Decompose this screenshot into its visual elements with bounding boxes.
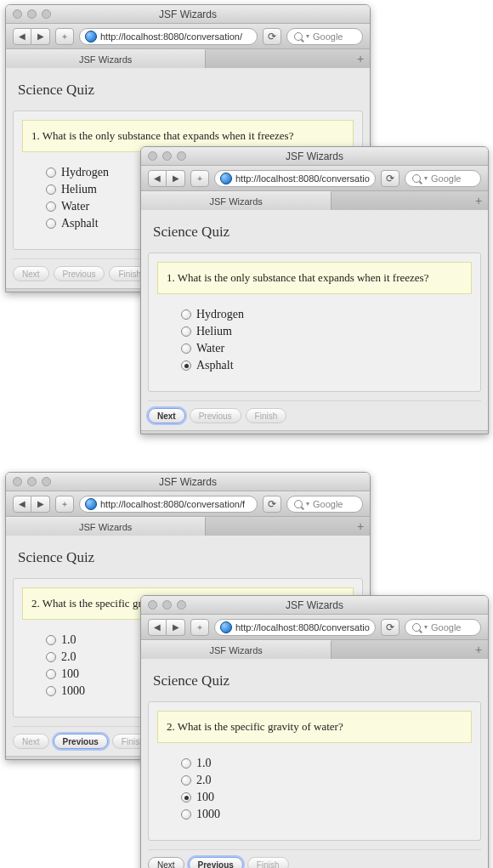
question-text: 1. What is the only substance that expan… — [157, 262, 472, 294]
radio-icon[interactable] — [46, 218, 56, 229]
radio-icon[interactable] — [46, 686, 56, 696]
option[interactable]: Asphalt — [181, 357, 472, 374]
option[interactable]: 2.0 — [181, 772, 472, 789]
option-label: 1.0 — [196, 757, 212, 770]
forward-button[interactable]: ▶ — [31, 496, 50, 513]
back-button[interactable]: ◀ — [13, 28, 31, 45]
titlebar[interactable]: JSF Wizards — [6, 473, 370, 491]
minimize-light[interactable] — [27, 9, 37, 19]
tab[interactable]: JSF Wizards — [6, 517, 206, 536]
tab-bar: JSF Wizards + — [141, 640, 488, 659]
reload-button[interactable]: ⟳ — [381, 170, 400, 187]
option-label: Asphalt — [196, 359, 234, 372]
radio-icon[interactable] — [46, 201, 56, 212]
radio-icon[interactable] — [181, 792, 191, 803]
option[interactable]: Hydrogen — [181, 306, 472, 323]
option[interactable]: 1.0 — [181, 755, 472, 772]
search-placeholder: Google — [313, 31, 343, 42]
page-content: Science Quiz 2. What is the specific gra… — [141, 659, 488, 868]
titlebar[interactable]: JSF Wizards — [141, 596, 488, 615]
radio-icon[interactable] — [181, 309, 191, 320]
options-list: 1.0 2.0 100 1000 — [157, 755, 472, 823]
button-row: Next Previous Finish — [148, 400, 481, 423]
reload-button[interactable]: ⟳ — [263, 496, 281, 513]
toolbar: ◀ ▶ ＋ http://localhost:8080/conversation… — [141, 166, 488, 191]
zoom-light[interactable] — [42, 477, 51, 486]
option[interactable]: Helium — [181, 323, 472, 340]
option-label: Helium — [61, 183, 97, 196]
option-label: 100 — [196, 791, 214, 804]
reload-button[interactable]: ⟳ — [381, 619, 400, 636]
radio-icon[interactable] — [181, 809, 191, 820]
close-light[interactable] — [13, 9, 22, 19]
search-bar[interactable]: ▾ Google — [405, 619, 481, 636]
radio-icon[interactable] — [181, 343, 191, 354]
tab[interactable]: JSF Wizards — [141, 191, 332, 210]
radio-icon[interactable] — [46, 635, 56, 645]
add-bookmark-button[interactable]: ＋ — [55, 496, 74, 513]
url-bar[interactable]: http://localhost:8080/conversation/f — [79, 496, 258, 513]
reload-button[interactable]: ⟳ — [263, 28, 281, 45]
search-bar[interactable]: ▾ Google — [405, 170, 481, 187]
search-placeholder: Google — [431, 173, 461, 184]
quiz-panel: 1. What is the only substance that expan… — [148, 252, 481, 392]
radio-icon[interactable] — [181, 775, 191, 786]
titlebar[interactable]: JSF Wizards — [141, 147, 488, 166]
page-content: Science Quiz 1. What is the only substan… — [141, 210, 488, 430]
option[interactable]: Water — [181, 340, 472, 357]
url-bar[interactable]: http://localhost:8080/conversation/f — [214, 619, 376, 636]
browser-window: JSF Wizards ◀ ▶ ＋ http://localhost:8080/… — [140, 595, 489, 868]
previous-button[interactable]: Previous — [54, 734, 108, 749]
zoom-light[interactable] — [177, 600, 186, 610]
minimize-light[interactable] — [162, 600, 172, 610]
new-tab-button[interactable]: + — [351, 49, 370, 68]
option-label: 1.0 — [61, 633, 76, 647]
url-bar[interactable]: http://localhost:8080/conversation/ — [214, 170, 376, 187]
radio-icon[interactable] — [181, 360, 191, 371]
new-tab-button[interactable]: + — [469, 640, 488, 659]
toolbar: ◀ ▶ ＋ http://localhost:8080/conversation… — [6, 491, 370, 517]
add-bookmark-button[interactable]: ＋ — [55, 28, 74, 45]
search-bar[interactable]: ▾ Google — [286, 496, 363, 513]
tab[interactable]: JSF Wizards — [6, 49, 206, 68]
radio-icon[interactable] — [46, 652, 56, 662]
close-light[interactable] — [148, 600, 157, 610]
site-icon — [85, 31, 97, 43]
url-text: http://localhost:8080/conversation/ — [235, 173, 370, 184]
back-button[interactable]: ◀ — [148, 170, 167, 187]
forward-button[interactable]: ▶ — [167, 170, 185, 187]
tab-bar: JSF Wizards + — [6, 517, 370, 536]
titlebar[interactable]: JSF Wizards — [6, 5, 370, 24]
radio-icon[interactable] — [181, 326, 191, 337]
zoom-light[interactable] — [177, 151, 186, 161]
close-light[interactable] — [148, 151, 157, 161]
option-label: 2.0 — [61, 650, 76, 664]
radio-icon[interactable] — [46, 184, 56, 195]
option[interactable]: 100 — [181, 789, 472, 806]
new-tab-button[interactable]: + — [469, 191, 488, 210]
add-bookmark-button[interactable]: ＋ — [190, 619, 209, 636]
tab[interactable]: JSF Wizards — [141, 640, 332, 659]
next-button[interactable]: Next — [148, 408, 185, 423]
radio-icon[interactable] — [46, 669, 56, 679]
forward-button[interactable]: ▶ — [31, 28, 50, 45]
close-light[interactable] — [13, 477, 22, 486]
previous-button[interactable]: Previous — [189, 857, 243, 868]
forward-button[interactable]: ▶ — [167, 619, 185, 636]
page-title: Science Quiz — [148, 217, 481, 252]
url-bar[interactable]: http://localhost:8080/conversation/ — [79, 28, 258, 45]
site-icon — [220, 173, 232, 184]
minimize-light[interactable] — [27, 477, 37, 486]
add-bookmark-button[interactable]: ＋ — [190, 170, 209, 187]
minimize-light[interactable] — [162, 151, 172, 161]
option[interactable]: 1000 — [181, 806, 472, 823]
radio-icon[interactable] — [181, 758, 191, 769]
search-bar[interactable]: ▾ Google — [286, 28, 363, 45]
back-button[interactable]: ◀ — [148, 619, 167, 636]
back-button[interactable]: ◀ — [13, 496, 31, 513]
new-tab-button[interactable]: + — [351, 517, 370, 536]
next-button[interactable]: Next — [148, 857, 184, 868]
zoom-light[interactable] — [42, 9, 51, 19]
radio-icon[interactable] — [46, 167, 56, 178]
quiz-panel: 2. What is the specific gravity of water… — [148, 701, 481, 841]
